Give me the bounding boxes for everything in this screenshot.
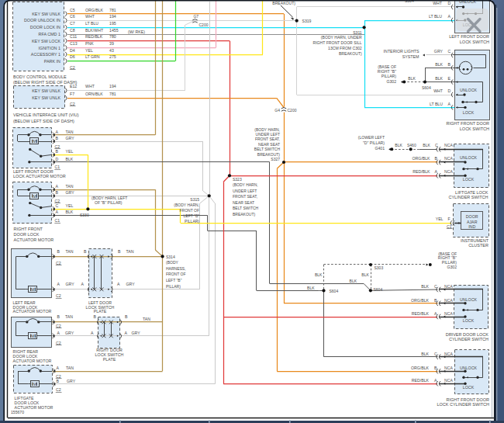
svg-text:PILLAR): PILLAR) [185,219,199,224]
svg-text:C: C [434,352,437,356]
svg-text:BLK: BLK [435,76,443,81]
svg-text:S311: S311 [353,30,362,35]
svg-text:IND: IND [468,224,475,229]
svg-text:D6: D6 [70,54,75,59]
svg-text:OF "B" PILLAR): OF "B" PILLAR) [95,200,123,205]
svg-text:RIGHT FRONT DOOR SILL: RIGHT FRONT DOOR SILL [312,40,361,45]
svg-text:C1: C1 [55,165,60,169]
svg-text:C200: C200 [288,108,297,113]
svg-text:G401: G401 [375,146,385,151]
svg-text:(BELOW RIGHT SIDE OF DASH): (BELOW RIGHT SIDE OF DASH) [13,80,78,85]
svg-text:B: B [57,379,60,383]
svg-text:BLK: BLK [435,62,443,67]
svg-text:RFA CMD 1: RFA CMD 1 [39,32,60,36]
svg-text:F7: F7 [70,92,74,96]
svg-text:(BODY: (BODY [166,260,179,265]
svg-text:PNK: PNK [85,41,94,46]
svg-text:A: A [56,210,59,214]
svg-text:A: A [91,331,94,335]
svg-text:RED/BLK: RED/BLK [413,169,430,174]
svg-text:PILLAR): PILLAR) [166,284,181,289]
svg-text:TAN: TAN [65,314,73,319]
svg-text:M: M [31,287,35,292]
svg-text:LOCK SWITCH: LOCK SWITCH [460,40,489,44]
svg-text:RED/BLK: RED/BLK [412,378,430,383]
svg-text:B: B [57,314,60,319]
svg-text:NCA: NCA [444,169,453,174]
svg-text:B: B [434,366,437,370]
svg-text:A: A [57,366,60,370]
svg-text:UNDER LEFT: UNDER LEFT [233,189,257,193]
svg-text:39: 39 [109,41,114,46]
svg-text:C2: C2 [56,341,61,345]
svg-text:YEL: YEL [85,48,93,53]
svg-text:LEFT "B": LEFT "B" [166,278,182,283]
svg-text:ACTUATOR MOTOR: ACTUATOR MOTOR [13,309,52,314]
svg-text:DOOR: DOOR [466,214,478,219]
svg-text:ORG/BLK: ORG/BLK [411,366,430,370]
svg-text:TAN: TAN [66,366,74,370]
svg-text:BLK: BLK [421,284,429,289]
svg-text:S604: S604 [330,289,339,293]
svg-text:HARNESS,: HARNESS, [166,266,186,271]
svg-text:WHT: WHT [433,1,443,5]
svg-text:1455: 1455 [109,28,119,33]
svg-text:BLK: BLK [361,272,369,277]
svg-text:NCA: NCA [444,156,453,161]
svg-text:C2: C2 [56,261,61,265]
svg-text:IGNITION 1: IGNITION 1 [39,46,60,50]
svg-text:194: 194 [109,84,116,88]
svg-text:GRY: GRY [434,49,444,54]
svg-text:BLK: BLK [307,286,315,290]
svg-text:G302: G302 [447,265,457,269]
svg-text:C13: C13 [70,41,78,46]
svg-text:PILLAR): PILLAR) [381,74,397,78]
svg-text:194: 194 [109,14,116,19]
svg-text:A: A [434,311,437,316]
svg-text:(W/ RKE): (W/ RKE) [128,29,145,34]
svg-text:(BELOW LEFT SIDE OF DASH): (BELOW LEFT SIDE OF DASH) [13,119,74,123]
svg-text:A: A [56,184,59,189]
svg-text:A: A [448,102,451,106]
svg-text:B: B [56,149,59,154]
svg-text:BLK: BLK [66,157,74,161]
svg-text:B: B [125,314,128,319]
svg-text:E: E [448,76,451,81]
svg-text:C5: C5 [70,8,75,12]
svg-text:13CM FROM C302: 13CM FROM C302 [328,46,362,50]
svg-text:B: B [435,156,438,161]
svg-text:KEY SW UNLK: KEY SW UNLK [32,12,60,16]
svg-text:NCA: NCA [444,352,453,356]
svg-text:C: C [56,203,59,208]
svg-text:ACTUATOR MOTOR: ACTUATOR MOTOR [14,238,54,242]
svg-text:FRONT SEAT,: FRONT SEAT, [255,137,280,141]
svg-text:S314: S314 [166,255,175,259]
svg-text:DOOR LOCK IN: DOOR LOCK IN [30,25,60,29]
svg-text:BREAKOUT): BREAKOUT) [272,1,295,5]
svg-text:C2: C2 [70,102,75,106]
svg-text:FRONT OF: FRONT OF [180,208,199,213]
svg-text:C6: C6 [70,14,75,19]
svg-text:B: B [434,298,437,303]
svg-text:BREAKOUT): BREAKOUT) [233,212,256,217]
svg-text:C2: C2 [70,65,75,70]
svg-text:C2: C2 [56,387,61,392]
svg-text:A: A [125,331,128,335]
svg-text:NCA: NCA [444,311,453,316]
svg-text:275: 275 [109,54,116,59]
svg-text:NCA: NCA [444,298,453,303]
svg-text:INTERIOR LIGHTS: INTERIOR LIGHTS [384,49,419,54]
svg-text:(BODY HARN,: (BODY HARN, [254,127,280,132]
svg-text:A: A [435,169,438,174]
svg-text:RED/BLK: RED/BLK [85,34,103,39]
svg-text:ORG/BLK: ORG/BLK [412,156,430,161]
svg-text:LIFTGATE LOCK: LIFTGATE LOCK [455,190,488,195]
svg-text:D: D [56,157,59,161]
svg-text:TAN: TAN [66,249,74,254]
svg-text:CYLINDER SWITCH: CYLINDER SWITCH [449,337,488,342]
svg-text:INSTRUMENT: INSTRUMENT [461,238,489,243]
svg-text:781: 781 [109,92,116,96]
svg-text:(BODY HARN,: (BODY HARN, [233,182,258,187]
svg-text:"D" PILLAR): "D" PILLAR) [363,140,385,145]
svg-text:LT BLU: LT BLU [430,102,443,106]
